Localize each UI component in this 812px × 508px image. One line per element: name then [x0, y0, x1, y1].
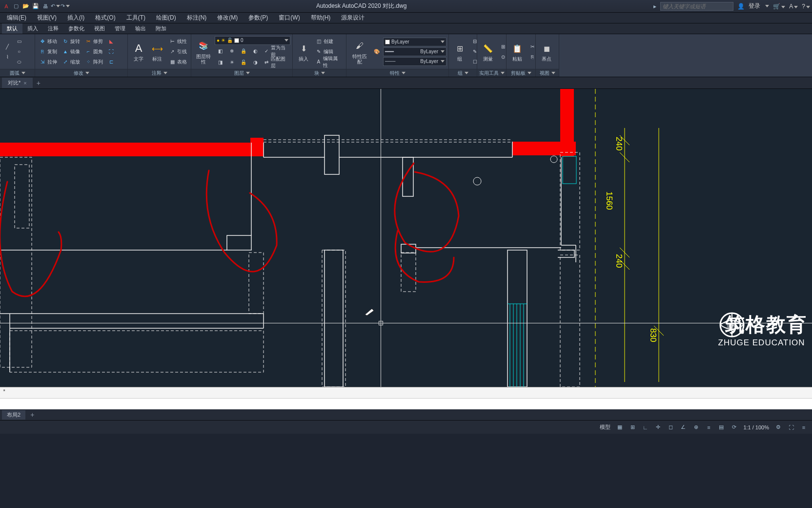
layer-dropdown[interactable]: ● ☀ 🔓 0	[215, 36, 290, 45]
create-block-button[interactable]: ◫创建	[313, 37, 344, 46]
menu-param[interactable]: 参数(P)	[244, 13, 273, 23]
dim-button[interactable]: ⟷标注	[148, 36, 166, 67]
menu-insert[interactable]: 插入(I)	[62, 13, 89, 23]
menu-view[interactable]: 视图(V)	[32, 13, 61, 23]
insert-block-button[interactable]: ⬇插入	[295, 36, 312, 67]
scale-button[interactable]: ⤢缩放	[60, 57, 82, 67]
eraser-icon[interactable]: ◣	[106, 37, 117, 46]
rect-button[interactable]: ▭	[14, 37, 24, 46]
menu-window[interactable]: 窗口(W)	[274, 13, 304, 23]
customize-icon[interactable]: ≡	[798, 423, 809, 432]
offset-icon[interactable]: ⊏	[106, 57, 117, 67]
trans-icon[interactable]: ▤	[716, 423, 727, 432]
settings-icon[interactable]: ⚙	[773, 423, 784, 432]
dyn-icon[interactable]: ⊕	[690, 423, 701, 432]
layer-unlock-icon[interactable]: 🔓	[238, 58, 249, 67]
otrack-icon[interactable]: ∠	[678, 423, 689, 432]
menu-help[interactable]: 帮助(H)	[306, 13, 336, 23]
menu-dim[interactable]: 标注(N)	[182, 13, 212, 23]
layer-freeze-icon[interactable]: ❄	[226, 46, 237, 56]
ribbon-tab-manage[interactable]: 管理	[110, 23, 130, 34]
table-button[interactable]: ▦表格	[167, 57, 189, 67]
match-props-button[interactable]: 🖌特性匹配	[348, 36, 370, 67]
color-dropdown[interactable]: ByLayer	[383, 38, 447, 46]
grid-icon[interactable]: ▦	[614, 423, 625, 432]
file-tab[interactable]: 对比* ×	[2, 78, 33, 88]
lw-icon[interactable]: ≡	[703, 423, 714, 432]
signin-icon[interactable]: 👤	[737, 3, 745, 10]
menu-tools[interactable]: 工具(T)	[122, 13, 150, 23]
new-layout-button[interactable]: +	[27, 410, 37, 420]
command-input[interactable]	[0, 398, 812, 410]
ortho-icon[interactable]: ∟	[640, 423, 650, 432]
lineweight-dropdown[interactable]: ━━━ByLayer	[383, 47, 447, 56]
ribbon-tab-default[interactable]: 默认	[2, 23, 22, 34]
status-model[interactable]: 模型	[598, 423, 612, 431]
layer-lock-icon[interactable]: 🔒	[238, 46, 249, 56]
basepoint-button[interactable]: ◼基点	[538, 36, 555, 67]
app-menu-icon[interactable]: A	[2, 2, 11, 11]
copy-button[interactable]: ⎘复制	[37, 47, 59, 57]
ribbon-tab-addon[interactable]: 附加	[151, 23, 171, 34]
layer-on-icon[interactable]: ◑	[250, 58, 261, 67]
layer-props-button[interactable]: 📚图层特性	[193, 36, 214, 67]
ribbon-tab-output[interactable]: 输出	[130, 23, 151, 34]
circle-button[interactable]: ○	[14, 47, 24, 57]
group-button[interactable]: ⊞组	[451, 36, 468, 67]
layer-off-icon[interactable]: ◐	[250, 46, 261, 56]
setcurrent-button[interactable]: ✓置为当前	[262, 46, 290, 56]
text-button[interactable]: A文字	[130, 36, 147, 67]
ribbon-tab-insert[interactable]: 插入	[22, 23, 43, 34]
layer-palette-icon[interactable]: 🎨	[371, 47, 382, 57]
signin-button[interactable]: 登录	[749, 2, 760, 10]
ribbon-tab-annotate[interactable]: 注释	[43, 23, 63, 34]
undo-icon[interactable]: ↶	[51, 2, 60, 11]
open-icon[interactable]: 📂	[21, 2, 30, 11]
ribbon-tab-view[interactable]: 视图	[89, 23, 110, 34]
layer-iso-icon[interactable]: ◧	[215, 46, 225, 56]
snap-icon[interactable]: ⊞	[627, 423, 638, 432]
polyline-button[interactable]: ⌇	[2, 52, 13, 62]
autodesk-icon[interactable]: A	[789, 3, 798, 10]
info-icon[interactable]: ▸	[653, 3, 656, 10]
close-icon[interactable]: ×	[23, 80, 26, 86]
matchlayer-button[interactable]: ⇄匹配图层	[262, 58, 290, 67]
osnap-icon[interactable]: ◻	[665, 423, 676, 432]
redo-icon[interactable]: ↷	[61, 2, 69, 11]
rotate-button[interactable]: ↻旋转	[60, 37, 82, 46]
fullscreen-icon[interactable]: ⛶	[786, 423, 796, 432]
trim-button[interactable]: ✂修剪	[83, 37, 105, 46]
linear-button[interactable]: ⊢线性	[167, 37, 189, 46]
print-icon[interactable]: 🖶	[41, 2, 50, 11]
menu-draw[interactable]: 绘图(D)	[151, 13, 181, 23]
arc-button[interactable]: 圆弧	[10, 70, 20, 77]
leader-button[interactable]: ↗引线	[167, 47, 189, 57]
ribbon-tab-param[interactable]: 参数化	[63, 23, 89, 34]
save-icon[interactable]: 💾	[31, 2, 40, 11]
stretch-button[interactable]: ⇲拉伸	[37, 57, 59, 67]
help-search-input[interactable]	[660, 2, 733, 11]
paste-button[interactable]: 📋粘贴	[508, 36, 526, 67]
new-icon[interactable]: ▢	[12, 2, 20, 11]
help-icon[interactable]: ?	[802, 3, 810, 10]
explode-icon[interactable]: ⛶	[106, 47, 117, 57]
cycle-icon[interactable]: ⟳	[729, 423, 739, 432]
polar-icon[interactable]: ✛	[652, 423, 663, 432]
array-button[interactable]: ⁘阵列	[83, 57, 105, 67]
editattr-button[interactable]: A编辑属性	[313, 57, 344, 67]
menu-format[interactable]: 格式(O)	[90, 13, 120, 23]
layer-uniso-icon[interactable]: ◨	[215, 58, 225, 67]
ellipse-button[interactable]: ⬭	[14, 57, 24, 67]
move-button[interactable]: ✥移动	[37, 37, 59, 46]
drawing-canvas[interactable]: 240 1560 240 830 筑格 筑格教育 ZHUGE EDUCATION	[0, 89, 812, 387]
measure-button[interactable]: 📏测量	[479, 36, 497, 67]
status-scale[interactable]: 1:1 / 100%	[741, 424, 771, 430]
fillet-button[interactable]: ⌐圆角	[83, 47, 105, 57]
menu-edit[interactable]: 编辑(E)	[2, 13, 31, 23]
exchange-icon[interactable]: 🛒	[773, 3, 785, 10]
new-tab-button[interactable]: +	[34, 78, 43, 88]
mirror-button[interactable]: ▲镜像	[60, 47, 82, 57]
menu-yuanquan[interactable]: 源泉设计	[336, 13, 369, 23]
linetype-dropdown[interactable]: ───ByLayer	[383, 57, 447, 66]
layer-thaw-icon[interactable]: ☀	[226, 58, 237, 67]
